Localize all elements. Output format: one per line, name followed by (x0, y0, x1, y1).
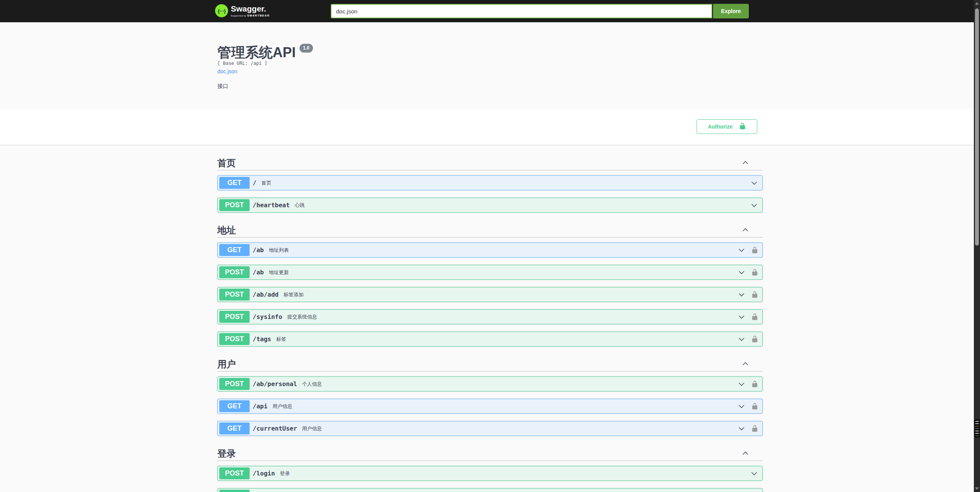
spec-doc-link[interactable]: doc.json (217, 68, 237, 74)
endpoint-summary: 地址更新 (269, 269, 289, 276)
scroll-down-arrow-icon[interactable] (975, 487, 979, 490)
section-header[interactable]: 用户 (217, 358, 763, 371)
endpoint-path: /login (253, 470, 275, 477)
method-badge: POST (219, 289, 250, 300)
endpoint-path: /heartbeat (253, 201, 290, 209)
lock-icon[interactable] (751, 425, 758, 432)
method-badge: POST (219, 467, 250, 479)
section-title: 登录 (217, 448, 236, 459)
api-section-3: 用户POST/ab/personal个人信息GET/api用户信息GET/cur… (217, 354, 763, 436)
swagger-logo-icon: {⋯} (215, 4, 228, 17)
chevron-up-icon[interactable] (741, 360, 750, 368)
endpoint-path: /ab/add (253, 291, 278, 298)
endpoint-summary: 首页 (262, 180, 271, 187)
method-badge: POST (219, 266, 250, 278)
endpoint-path: /ab/personal (253, 380, 297, 388)
method-badge: POST (219, 378, 250, 390)
endpoint-row[interactable]: GET/currentUser用户信息 (217, 421, 763, 436)
endpoint-summary: 用户信息 (273, 403, 293, 410)
authorize-button[interactable]: Authorize (697, 119, 757, 134)
supported-by: Supported by SMARTBEAR (231, 14, 270, 17)
lock-icon[interactable] (751, 380, 758, 388)
section-header[interactable]: 地址 (217, 225, 763, 238)
endpoint-summary: 心跳 (295, 202, 305, 209)
method-badge: GET (219, 244, 250, 256)
brand-name: Swagger. (231, 4, 270, 13)
scheme-container: Authorize (0, 109, 980, 145)
lock-icon[interactable] (751, 269, 758, 276)
info-section: 管理系统API 1.0 [ Base URL: /api ] doc.json … (0, 22, 980, 109)
scrollbar[interactable] (974, 0, 980, 492)
endpoint-row[interactable]: GET/api用户信息 (217, 399, 763, 414)
endpoint-path: /sysinfo (253, 313, 282, 320)
api-section-2: 地址GET/ab地址列表POST/ab地址更新POST/ab/add标签添加PO… (217, 220, 763, 347)
chevron-down-icon[interactable] (737, 246, 746, 254)
endpoint-path: /ab (253, 269, 264, 276)
swagger-logo[interactable]: {⋯} Swagger. Supported by SMARTBEAR (215, 4, 270, 17)
endpoint-row[interactable]: POST/login登录 (217, 466, 763, 481)
method-badge: GET (219, 423, 250, 434)
endpoint-row[interactable]: POST/sysinfo提交系统信息 (217, 309, 763, 324)
version-badge: 1.0 (300, 44, 313, 53)
endpoint-path: / (253, 179, 257, 187)
chevron-down-icon[interactable] (737, 380, 746, 388)
method-badge: GET (219, 177, 250, 189)
topbar: {⋯} Swagger. Supported by SMARTBEAR Expl… (0, 0, 980, 22)
method-badge: POST (219, 199, 250, 211)
endpoint-row[interactable]: POST/ab地址更新 (217, 265, 763, 280)
scroll-up-arrow-icon[interactable] (975, 2, 979, 5)
chevron-up-icon[interactable] (741, 226, 750, 234)
lock-icon[interactable] (751, 291, 758, 298)
endpoint-path: /currentUser (253, 425, 297, 432)
api-section-4: 登录POST/login登录POST/loginout登录状态 (217, 443, 763, 492)
chevron-down-icon[interactable] (737, 335, 746, 343)
method-badge: POST (219, 333, 250, 345)
chevron-up-icon[interactable] (741, 449, 750, 457)
endpoint-row[interactable]: GET/首页 (217, 175, 763, 190)
endpoint-summary: 标签添加 (283, 291, 303, 298)
endpoint-summary: 标签 (276, 336, 286, 343)
explore-button[interactable]: Explore (713, 4, 749, 18)
endpoint-summary: 用户信息 (302, 425, 322, 432)
endpoint-path: /tags (253, 335, 271, 343)
method-badge: POST (219, 311, 250, 323)
endpoint-row[interactable]: POST/tags标签 (217, 332, 763, 347)
section-title: 地址 (217, 225, 236, 235)
endpoint-row[interactable]: POST/ab/personal个人信息 (217, 376, 763, 391)
api-sections: 首页GET/首页POST/heartbeat心跳地址GET/ab地址列表POST… (217, 145, 763, 492)
chevron-down-icon[interactable] (750, 179, 758, 187)
api-section-1: 首页GET/首页POST/heartbeat心跳 (217, 145, 763, 213)
endpoint-row[interactable]: POST/heartbeat心跳 (217, 198, 763, 213)
page-title: 管理系统API 1.0 (217, 45, 313, 61)
endpoint-row[interactable]: POST/loginout登录状态 (217, 488, 763, 492)
chevron-down-icon[interactable] (750, 201, 758, 210)
section-header[interactable]: 首页 (217, 157, 763, 170)
chevron-down-icon[interactable] (737, 313, 746, 321)
lock-icon[interactable] (751, 403, 758, 410)
chevron-down-icon[interactable] (737, 424, 746, 433)
chevron-down-icon[interactable] (737, 402, 746, 411)
endpoint-path: /ab (253, 246, 264, 254)
api-description: 接口 (217, 83, 228, 90)
endpoint-row[interactable]: POST/ab/add标签添加 (217, 287, 763, 302)
unlock-icon (739, 122, 746, 131)
endpoint-summary: 个人信息 (302, 381, 322, 388)
chevron-down-icon[interactable] (750, 469, 758, 478)
endpoint-summary: 提交系统信息 (287, 314, 317, 320)
lock-icon[interactable] (751, 246, 758, 254)
chevron-down-icon[interactable] (737, 291, 746, 299)
endpoint-row[interactable]: GET/ab地址列表 (217, 243, 763, 258)
endpoint-summary: 地址列表 (269, 247, 289, 254)
method-badge: GET (219, 400, 250, 412)
section-header[interactable]: 登录 (217, 448, 763, 461)
scrollbar-minimap (975, 419, 980, 438)
scrollbar-thumb[interactable] (975, 8, 979, 246)
chevron-down-icon[interactable] (737, 268, 746, 277)
endpoint-summary: 登录 (280, 470, 290, 477)
section-title: 首页 (217, 158, 236, 168)
chevron-up-icon[interactable] (741, 158, 750, 167)
lock-icon[interactable] (751, 335, 758, 343)
lock-icon[interactable] (751, 313, 758, 320)
spec-url-input[interactable] (331, 4, 712, 18)
method-badge: POST (219, 490, 250, 492)
